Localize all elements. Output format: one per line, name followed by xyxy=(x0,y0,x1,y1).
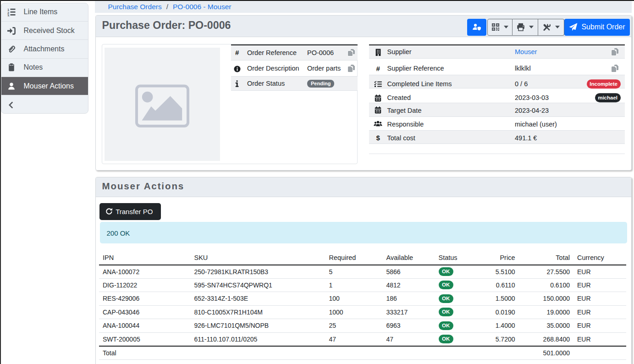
svg-text:3: 3 xyxy=(7,14,9,17)
